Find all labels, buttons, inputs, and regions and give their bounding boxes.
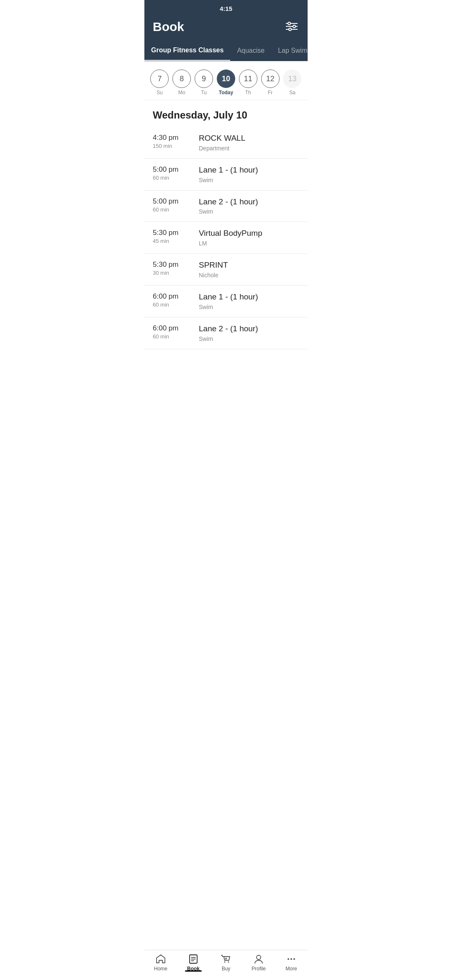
class-info-2: Lane 2 - (1 hour) Swim bbox=[199, 197, 299, 215]
class-sub-1: Swim bbox=[199, 177, 299, 183]
svg-point-3 bbox=[293, 25, 295, 28]
duration-value-3: 45 min bbox=[153, 238, 169, 244]
class-name-3: Virtual BodyPump bbox=[199, 229, 299, 238]
svg-point-14 bbox=[290, 958, 292, 960]
time-value-3: 5:30 pm bbox=[153, 229, 178, 237]
tab-aquacise[interactable]: Aquacise bbox=[230, 41, 271, 60]
day-number-13: 13 bbox=[283, 70, 301, 88]
class-list: 4:30 pm 150 min ROCK WALL Department 5:0… bbox=[144, 127, 308, 349]
calendar-day-7[interactable]: 7 Su bbox=[149, 70, 170, 95]
svg-point-5 bbox=[289, 28, 291, 31]
class-info-3: Virtual BodyPump LM bbox=[199, 229, 299, 247]
class-time-1: 5:00 pm 60 min bbox=[153, 165, 199, 181]
calendar-day-10[interactable]: 10 Today bbox=[216, 70, 236, 95]
class-time-5: 6:00 pm 60 min bbox=[153, 292, 199, 308]
nav-item-more[interactable]: More bbox=[277, 954, 306, 972]
filter-icon bbox=[286, 22, 298, 31]
class-row-1[interactable]: 5:00 pm 60 min Lane 1 - (1 hour) Swim bbox=[144, 159, 308, 191]
nav-active-bar bbox=[185, 970, 202, 972]
class-row-3[interactable]: 5:30 pm 45 min Virtual BodyPump LM bbox=[144, 222, 308, 254]
svg-point-15 bbox=[293, 958, 295, 960]
calendar-day-12[interactable]: 12 Fr bbox=[260, 70, 280, 95]
class-row-6[interactable]: 6:00 pm 60 min Lane 2 - (1 hour) Swim bbox=[144, 317, 308, 349]
status-time: 4:15 bbox=[220, 5, 232, 12]
page-title: Book bbox=[153, 20, 184, 34]
class-time-6: 6:00 pm 60 min bbox=[153, 324, 199, 340]
nav-item-profile[interactable]: Profile bbox=[244, 954, 273, 972]
class-row-5[interactable]: 6:00 pm 60 min Lane 1 - (1 hour) Swim bbox=[144, 286, 308, 317]
date-heading: Wednesday, July 10 bbox=[144, 100, 308, 127]
class-name-2: Lane 2 - (1 hour) bbox=[199, 197, 299, 207]
time-value-6: 6:00 pm bbox=[153, 324, 178, 333]
class-info-1: Lane 1 - (1 hour) Swim bbox=[199, 165, 299, 183]
time-value-1: 5:00 pm bbox=[153, 165, 178, 174]
nav-label-more: More bbox=[285, 966, 297, 972]
day-label-th: Th bbox=[245, 90, 251, 95]
class-sub-4: Nichole bbox=[199, 272, 299, 279]
class-time-3: 5:30 pm 45 min bbox=[153, 229, 199, 244]
day-label-today: Today bbox=[219, 90, 233, 95]
day-number-8: 8 bbox=[172, 70, 191, 88]
book-icon bbox=[188, 954, 199, 965]
class-sub-5: Swim bbox=[199, 304, 299, 310]
nav-item-home[interactable]: Home bbox=[146, 954, 175, 972]
class-name-6: Lane 2 - (1 hour) bbox=[199, 324, 299, 334]
svg-point-13 bbox=[288, 958, 289, 960]
class-sub-2: Swim bbox=[199, 208, 299, 215]
nav-item-book[interactable]: Book bbox=[179, 954, 208, 972]
day-label-fr: Fr bbox=[268, 90, 272, 95]
class-row-2[interactable]: 5:00 pm 60 min Lane 2 - (1 hour) Swim bbox=[144, 191, 308, 222]
class-sub-6: Swim bbox=[199, 335, 299, 342]
day-label-sa: Sa bbox=[289, 90, 295, 95]
class-name-0: ROCK WALL bbox=[199, 134, 299, 143]
svg-point-12 bbox=[257, 955, 261, 959]
day-number-10: 10 bbox=[217, 70, 235, 88]
nav-label-profile: Profile bbox=[252, 966, 266, 972]
class-name-4: SPRINT bbox=[199, 260, 299, 270]
day-number-11: 11 bbox=[239, 70, 257, 88]
duration-value-6: 60 min bbox=[153, 333, 169, 340]
class-time-4: 5:30 pm 30 min bbox=[153, 260, 199, 276]
duration-value-5: 60 min bbox=[153, 302, 169, 308]
class-time-0: 4:30 pm 150 min bbox=[153, 134, 199, 149]
class-row-0[interactable]: 4:30 pm 150 min ROCK WALL Department bbox=[144, 127, 308, 159]
time-value-2: 5:00 pm bbox=[153, 197, 178, 206]
class-info-6: Lane 2 - (1 hour) Swim bbox=[199, 324, 299, 342]
day-number-12: 12 bbox=[261, 70, 280, 88]
bottom-navigation: Home Book Buy bbox=[144, 950, 308, 980]
nav-label-buy: Buy bbox=[222, 966, 231, 972]
tab-group-fitness[interactable]: Group Fitness Classes bbox=[144, 41, 230, 61]
nav-item-buy[interactable]: Buy bbox=[211, 954, 241, 972]
duration-value-2: 60 min bbox=[153, 206, 169, 213]
tab-lap-swim[interactable]: Lap Swim bbox=[271, 41, 308, 60]
class-info-0: ROCK WALL Department bbox=[199, 134, 299, 152]
duration-value-4: 30 min bbox=[153, 270, 169, 276]
class-info-4: SPRINT Nichole bbox=[199, 260, 299, 279]
class-sub-3: LM bbox=[199, 240, 299, 247]
calendar-day-9[interactable]: 9 Tu bbox=[194, 70, 214, 95]
class-sub-0: Department bbox=[199, 145, 299, 152]
calendar-day-13[interactable]: 13 Sa bbox=[282, 70, 302, 95]
more-icon bbox=[286, 954, 297, 965]
day-label-tu: Tu bbox=[201, 90, 207, 95]
nav-label-home: Home bbox=[154, 966, 167, 972]
filter-button[interactable] bbox=[284, 20, 299, 34]
class-name-1: Lane 1 - (1 hour) bbox=[199, 165, 299, 175]
class-row-4[interactable]: 5:30 pm 30 min SPRINT Nichole bbox=[144, 254, 308, 286]
class-time-2: 5:00 pm 60 min bbox=[153, 197, 199, 213]
time-value-0: 4:30 pm bbox=[153, 134, 178, 142]
calendar-strip: 7 Su 8 Mo 9 Tu 10 Today 11 Th 12 Fr 13 S… bbox=[144, 61, 308, 100]
duration-value-1: 60 min bbox=[153, 175, 169, 181]
duration-value-0: 150 min bbox=[153, 143, 172, 149]
svg-point-11 bbox=[228, 962, 229, 963]
time-value-5: 6:00 pm bbox=[153, 292, 178, 301]
calendar-day-11[interactable]: 11 Th bbox=[238, 70, 258, 95]
buy-icon bbox=[221, 954, 231, 965]
svg-point-10 bbox=[224, 962, 226, 963]
class-info-5: Lane 1 - (1 hour) Swim bbox=[199, 292, 299, 310]
day-label-mo: Mo bbox=[178, 90, 185, 95]
svg-point-1 bbox=[288, 22, 290, 25]
calendar-day-8[interactable]: 8 Mo bbox=[172, 70, 192, 95]
day-number-9: 9 bbox=[195, 70, 213, 88]
header: Book bbox=[144, 15, 308, 41]
